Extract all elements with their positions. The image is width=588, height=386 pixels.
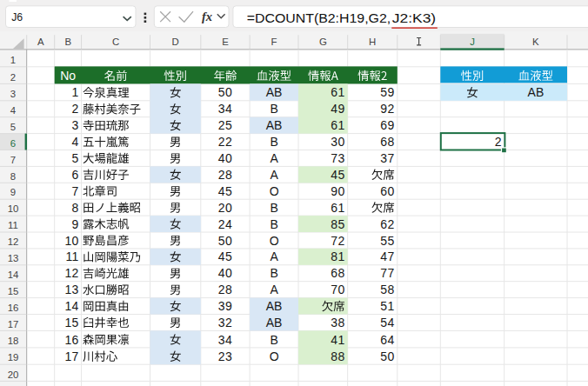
svg-text:A: A	[270, 168, 278, 182]
svg-text:17: 17	[64, 349, 78, 363]
svg-text:40: 40	[218, 151, 232, 165]
svg-text:B: B	[64, 37, 71, 47]
svg-text:90: 90	[331, 184, 344, 198]
svg-text:62: 62	[380, 217, 394, 231]
svg-text:J2:K3): J2:K3)	[392, 10, 437, 25]
svg-text:11: 11	[65, 250, 78, 263]
svg-text:B: B	[270, 201, 277, 215]
svg-text:9: 9	[10, 187, 16, 197]
svg-text:16: 16	[8, 303, 19, 313]
svg-text:E: E	[222, 37, 229, 47]
svg-text:20: 20	[218, 201, 232, 215]
svg-text:34: 34	[218, 333, 232, 347]
svg-text:47: 47	[380, 250, 394, 263]
svg-text:3: 3	[72, 118, 79, 132]
svg-text:19: 19	[8, 352, 19, 363]
svg-text:61: 61	[331, 85, 344, 99]
svg-text:AB: AB	[528, 85, 545, 99]
svg-text:5: 5	[10, 122, 16, 132]
svg-text:AB: AB	[266, 299, 283, 313]
svg-text:No: No	[60, 69, 76, 83]
svg-text:A: A	[270, 151, 278, 165]
svg-text:69: 69	[380, 118, 394, 132]
svg-text:fx: fx	[202, 10, 212, 23]
svg-text:51: 51	[380, 299, 394, 313]
svg-text:32: 32	[218, 316, 232, 329]
svg-text:6: 6	[10, 138, 16, 149]
svg-text:73: 73	[331, 151, 344, 165]
svg-text:B: B	[270, 217, 277, 231]
svg-text:59: 59	[380, 85, 394, 99]
svg-text:68: 68	[380, 135, 394, 149]
svg-text:24: 24	[218, 217, 232, 231]
svg-text:61: 61	[331, 201, 344, 215]
svg-text:8: 8	[10, 171, 16, 182]
svg-text:10: 10	[64, 234, 78, 248]
svg-text:O: O	[270, 234, 279, 248]
svg-text:85: 85	[331, 217, 344, 231]
svg-text:64: 64	[380, 333, 394, 347]
svg-text:50: 50	[218, 85, 232, 99]
svg-text:B: B	[270, 333, 277, 347]
svg-text:49: 49	[331, 102, 344, 116]
svg-text:55: 55	[380, 234, 394, 248]
svg-text:45: 45	[218, 250, 232, 263]
svg-text:40: 40	[218, 266, 232, 280]
svg-text:B: B	[270, 135, 277, 149]
svg-text:F: F	[271, 37, 277, 47]
svg-text:13: 13	[64, 283, 78, 296]
svg-text:7: 7	[72, 184, 79, 198]
svg-text:4: 4	[10, 105, 16, 116]
svg-text:12: 12	[8, 236, 19, 247]
svg-text:25: 25	[218, 118, 232, 132]
svg-text:A: A	[270, 250, 278, 263]
svg-text:8: 8	[72, 201, 79, 215]
svg-text:6: 6	[72, 168, 79, 182]
svg-text:34: 34	[218, 102, 232, 116]
svg-text:O: O	[270, 184, 279, 198]
svg-text:AB: AB	[266, 118, 283, 132]
svg-text:11: 11	[8, 220, 18, 230]
svg-text:28: 28	[218, 283, 232, 296]
svg-text:A: A	[270, 283, 278, 296]
svg-text:16: 16	[64, 333, 78, 347]
svg-text:39: 39	[218, 299, 232, 313]
svg-text:A: A	[37, 37, 44, 47]
svg-text:K: K	[532, 37, 539, 47]
svg-text:68: 68	[331, 266, 344, 280]
svg-text:1: 1	[72, 85, 79, 99]
svg-text:2: 2	[72, 102, 79, 116]
svg-text:20: 20	[8, 369, 19, 380]
svg-text:3: 3	[10, 89, 16, 99]
svg-text:AB: AB	[266, 316, 283, 329]
svg-text:14: 14	[64, 299, 78, 313]
svg-text:J: J	[470, 37, 475, 47]
svg-text:1: 1	[10, 55, 16, 65]
svg-text:C: C	[112, 37, 119, 47]
svg-text:2: 2	[10, 72, 16, 83]
svg-text:14: 14	[8, 270, 19, 280]
svg-text:17: 17	[8, 319, 19, 329]
svg-text:28: 28	[218, 168, 232, 182]
svg-text:45: 45	[331, 168, 344, 182]
svg-text:70: 70	[331, 283, 344, 296]
svg-text:81: 81	[331, 250, 344, 263]
svg-text:2: 2	[495, 135, 502, 149]
svg-text:18: 18	[8, 336, 19, 346]
svg-text:15: 15	[64, 316, 78, 329]
svg-text:B: B	[270, 102, 277, 116]
svg-text:58: 58	[380, 283, 394, 296]
svg-text:4: 4	[72, 135, 79, 149]
svg-text:10: 10	[8, 203, 19, 214]
svg-text:H: H	[369, 37, 376, 47]
svg-text:7: 7	[10, 155, 16, 165]
svg-text:15: 15	[8, 286, 19, 296]
svg-text:J6: J6	[11, 11, 23, 23]
svg-text:72: 72	[331, 234, 344, 248]
svg-text:77: 77	[380, 266, 394, 280]
svg-text:92: 92	[380, 102, 394, 116]
svg-text:88: 88	[331, 349, 344, 363]
svg-text:41: 41	[331, 333, 344, 347]
svg-text:60: 60	[380, 184, 394, 198]
svg-text:23: 23	[218, 349, 232, 363]
